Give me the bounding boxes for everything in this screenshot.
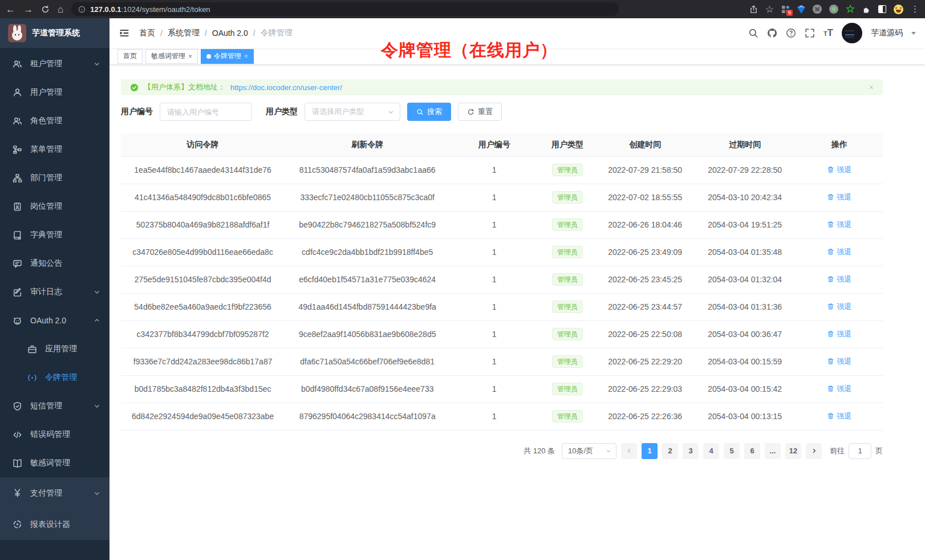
github-icon[interactable] <box>767 28 777 38</box>
chevron-down-icon <box>94 60 100 67</box>
extension-record-icon[interactable] <box>829 5 838 14</box>
user-type-badge: 管理员 <box>552 383 583 395</box>
help-icon[interactable] <box>786 28 796 38</box>
prev-page-button[interactable] <box>621 443 637 459</box>
share-icon[interactable] <box>749 5 758 14</box>
trash-icon <box>827 248 834 255</box>
page-button-1[interactable]: 1 <box>642 443 658 459</box>
sidebar-item-errcode[interactable]: 错误码管理 <box>0 420 109 449</box>
page-button-6[interactable]: 6 <box>744 443 760 459</box>
bookmark-star-icon[interactable]: ☆ <box>765 5 774 14</box>
force-logout-button[interactable]: 强退 <box>827 302 851 312</box>
page-ellipsis[interactable]: ... <box>765 443 781 459</box>
breadcrumb-home[interactable]: 首页 <box>139 28 155 38</box>
col-access-token: 访问令牌 <box>121 133 285 156</box>
notice-close-icon[interactable]: × <box>869 83 874 92</box>
font-size-icon[interactable]: TT <box>823 27 833 39</box>
user-type-badge: 管理员 <box>552 218 583 231</box>
page-button-12[interactable]: 12 <box>785 443 801 459</box>
sidebar-item-tenant[interactable]: 租户管理 <box>0 50 109 78</box>
page-button-5[interactable]: 5 <box>724 443 740 459</box>
breadcrumb-system[interactable]: 系统管理 <box>168 28 200 38</box>
user-type-select[interactable]: 请选择用户类型 <box>305 103 400 121</box>
sidebar-item-post[interactable]: 岗位管理 <box>0 192 109 221</box>
search-icon <box>416 108 424 116</box>
total-count: 共 120 条 <box>524 446 555 456</box>
next-page-button[interactable] <box>806 443 822 459</box>
browser-home-button[interactable]: ⌂ <box>58 5 63 14</box>
page-button-4[interactable]: 4 <box>703 443 719 459</box>
force-logout-button[interactable]: 强退 <box>827 247 851 257</box>
extension-gem-icon[interactable] <box>797 5 805 14</box>
sidebar-item-dict[interactable]: 字典管理 <box>0 221 109 249</box>
user-id-label: 用户编号 <box>121 107 153 117</box>
page-size-select[interactable]: 10条/页 <box>562 443 616 459</box>
sidebar-item-oauth-token[interactable]: 令牌管理 <box>0 363 109 392</box>
user-id-input[interactable] <box>160 103 252 121</box>
sidebar-collapse-icon[interactable] <box>119 27 130 39</box>
profile-avatar-icon[interactable] <box>894 5 903 14</box>
user-avatar[interactable] <box>842 23 862 43</box>
force-logout-button[interactable]: 强退 <box>827 411 851 421</box>
app-logo <box>8 24 26 42</box>
page-button-2[interactable]: 2 <box>662 443 678 459</box>
browser-back-button[interactable]: ← <box>6 5 15 14</box>
table-row: c347026e805e4d99b0d116eae66eda8c cdfc4ce… <box>121 238 883 266</box>
user-menu-caret-icon[interactable] <box>911 32 916 35</box>
force-logout-button[interactable]: 强退 <box>827 165 851 175</box>
chevron-down-icon <box>94 289 100 295</box>
side-panel-icon[interactable] <box>878 5 886 13</box>
force-logout-button[interactable]: 强退 <box>827 329 851 339</box>
sidebar-item-user[interactable]: 用户管理 <box>0 78 109 107</box>
user-icon <box>13 88 22 98</box>
sidebar-item-notice[interactable]: 通知公告 <box>0 249 109 278</box>
site-info-icon[interactable]: i <box>78 6 86 13</box>
sidebar-item-report[interactable]: 报表设计器 <box>0 509 109 540</box>
close-icon[interactable]: × <box>188 52 192 60</box>
force-logout-button[interactable]: 强退 <box>827 192 851 202</box>
search-button[interactable]: 搜索 <box>407 103 451 121</box>
browser-forward-button[interactable]: → <box>23 5 33 14</box>
browser-menu-icon[interactable]: ⋮ <box>911 4 919 14</box>
tab-token-management[interactable]: 令牌管理 × <box>201 49 254 64</box>
doc-link[interactable]: https://doc.iocoder.cn/user-center/ <box>230 83 342 92</box>
extension-command-icon[interactable]: ⌘ <box>813 5 822 14</box>
search-icon[interactable] <box>748 28 758 38</box>
force-logout-button[interactable]: 强退 <box>827 220 851 230</box>
force-logout-button[interactable]: 强退 <box>827 384 851 394</box>
browser-reload-button[interactable] <box>41 5 50 14</box>
extension-star-icon[interactable] <box>846 5 855 14</box>
tab-home[interactable]: 首页 <box>117 49 143 64</box>
sidebar-item-sms[interactable]: 短信管理 <box>0 392 109 420</box>
sidebar-item-oauth[interactable]: OAuth 2.0 <box>0 306 109 335</box>
chevron-up-icon <box>94 317 100 324</box>
sidebar-item-pay[interactable]: 支付管理 <box>0 477 109 509</box>
extension-grid-icon[interactable]: 9 <box>781 5 790 14</box>
app-logo-bar[interactable]: 芋道管理系统 <box>0 18 109 48</box>
sidebar-item-sensitive[interactable]: 敏感词管理 <box>0 449 109 477</box>
address-bar[interactable]: i 127.0.0.1:1024/system/oauth2/token <box>71 2 619 16</box>
goto-page-input[interactable] <box>849 443 871 459</box>
sidebar-item-oauth-app[interactable]: 应用管理 <box>0 335 109 363</box>
user-type-badge: 管理员 <box>552 328 583 340</box>
sidebar-item-menu[interactable]: 菜单管理 <box>0 135 109 164</box>
force-logout-button[interactable]: 强退 <box>827 356 851 367</box>
extension-puzzle-icon[interactable] <box>862 5 871 14</box>
close-icon[interactable]: × <box>244 52 248 60</box>
breadcrumb-oauth[interactable]: OAuth 2.0 <box>212 29 248 38</box>
breadcrumb: 首页 / 系统管理 / OAuth 2.0 / 令牌管理 <box>139 28 293 38</box>
sidebar-item-audit-log[interactable]: 审计日志 <box>0 278 109 306</box>
extension-badge: 9 <box>786 10 793 16</box>
page-button-3[interactable]: 3 <box>683 443 699 459</box>
table-row: 1ea5e44f8bc1467aaede43144f31de76 811c530… <box>121 156 883 184</box>
reset-button[interactable]: 重置 <box>458 103 502 121</box>
tree-list-icon <box>13 145 22 155</box>
sidebar-menu: 租户管理 用户管理 角色管理 菜单管理 部门管理 岗位管理 <box>0 48 109 560</box>
username[interactable]: 芋道源码 <box>871 28 903 38</box>
trash-icon <box>827 275 834 283</box>
force-logout-button[interactable]: 强退 <box>827 274 851 285</box>
sidebar-item-dept[interactable]: 部门管理 <box>0 164 109 192</box>
sidebar-item-role[interactable]: 角色管理 <box>0 107 109 135</box>
fullscreen-icon[interactable] <box>805 28 815 38</box>
tab-sensitive-words[interactable]: 敏感词管理 × <box>145 49 198 64</box>
